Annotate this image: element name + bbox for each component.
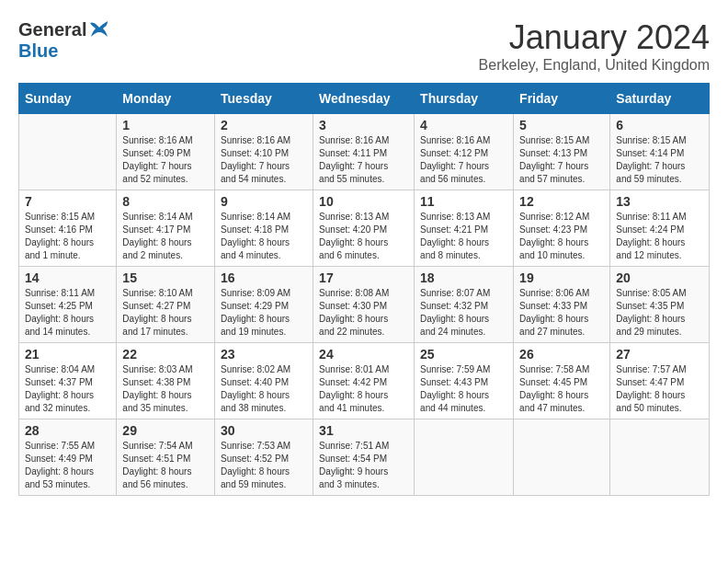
day-number: 30 — [221, 423, 307, 438]
day-info: Sunrise: 8:07 AM Sunset: 4:32 PM Dayligh… — [420, 287, 507, 339]
calendar-body: 1Sunrise: 8:16 AM Sunset: 4:09 PM Daylig… — [19, 114, 710, 496]
day-info: Sunrise: 8:15 AM Sunset: 4:16 PM Dayligh… — [25, 211, 110, 262]
calendar-cell: 4Sunrise: 8:16 AM Sunset: 4:12 PM Daylig… — [415, 114, 514, 190]
calendar-cell: 21Sunrise: 8:04 AM Sunset: 4:37 PM Dayli… — [19, 343, 117, 419]
calendar-cell: 6Sunrise: 8:15 AM Sunset: 4:14 PM Daylig… — [610, 114, 710, 190]
calendar-cell: 26Sunrise: 7:58 AM Sunset: 4:45 PM Dayli… — [514, 343, 610, 419]
calendar-week-row: 7Sunrise: 8:15 AM Sunset: 4:16 PM Daylig… — [19, 190, 710, 267]
calendar-cell: 15Sunrise: 8:10 AM Sunset: 4:27 PM Dayli… — [117, 267, 215, 343]
day-number: 24 — [319, 347, 408, 362]
day-info: Sunrise: 7:59 AM Sunset: 4:43 PM Dayligh… — [420, 363, 507, 415]
day-number: 10 — [319, 194, 408, 209]
day-info: Sunrise: 7:51 AM Sunset: 4:54 PM Dayligh… — [319, 440, 408, 491]
day-number: 28 — [25, 423, 110, 438]
day-info: Sunrise: 8:15 AM Sunset: 4:14 PM Dayligh… — [616, 134, 703, 186]
calendar-cell: 10Sunrise: 8:13 AM Sunset: 4:20 PM Dayli… — [313, 190, 415, 267]
day-number: 18 — [420, 270, 507, 285]
day-number: 8 — [122, 194, 209, 209]
day-number: 7 — [25, 194, 110, 209]
day-info: Sunrise: 8:09 AM Sunset: 4:29 PM Dayligh… — [221, 287, 307, 339]
calendar-cell — [415, 419, 514, 496]
day-number: 6 — [616, 118, 703, 132]
day-info: Sunrise: 7:54 AM Sunset: 4:51 PM Dayligh… — [122, 440, 209, 491]
logo-bird-icon — [88, 18, 110, 40]
day-info: Sunrise: 8:12 AM Sunset: 4:23 PM Dayligh… — [519, 211, 604, 262]
day-info: Sunrise: 8:16 AM Sunset: 4:12 PM Dayligh… — [420, 134, 507, 186]
calendar-cell: 25Sunrise: 7:59 AM Sunset: 4:43 PM Dayli… — [415, 343, 514, 419]
day-number: 15 — [122, 270, 209, 285]
calendar-cell: 29Sunrise: 7:54 AM Sunset: 4:51 PM Dayli… — [117, 419, 215, 496]
calendar-cell — [514, 419, 610, 496]
calendar-cell: 18Sunrise: 8:07 AM Sunset: 4:32 PM Dayli… — [415, 267, 514, 343]
calendar-cell: 13Sunrise: 8:11 AM Sunset: 4:24 PM Dayli… — [610, 190, 710, 267]
calendar-week-row: 1Sunrise: 8:16 AM Sunset: 4:09 PM Daylig… — [19, 114, 710, 190]
title-section: January 2024 Berkeley, England, United K… — [479, 18, 710, 74]
day-number: 20 — [616, 270, 703, 285]
calendar-week-row: 28Sunrise: 7:55 AM Sunset: 4:49 PM Dayli… — [19, 419, 710, 496]
calendar-cell: 27Sunrise: 7:57 AM Sunset: 4:47 PM Dayli… — [610, 343, 710, 419]
day-info: Sunrise: 8:11 AM Sunset: 4:25 PM Dayligh… — [25, 287, 110, 339]
day-number: 12 — [519, 194, 604, 209]
calendar-cell: 11Sunrise: 8:13 AM Sunset: 4:21 PM Dayli… — [415, 190, 514, 267]
day-number: 25 — [420, 347, 507, 362]
calendar-cell: 20Sunrise: 8:05 AM Sunset: 4:35 PM Dayli… — [610, 267, 710, 343]
day-number: 22 — [122, 347, 209, 362]
day-info: Sunrise: 8:04 AM Sunset: 4:37 PM Dayligh… — [25, 363, 110, 415]
day-number: 27 — [616, 347, 703, 362]
calendar-cell — [19, 114, 117, 190]
day-info: Sunrise: 7:53 AM Sunset: 4:52 PM Dayligh… — [221, 440, 307, 491]
day-info: Sunrise: 8:13 AM Sunset: 4:21 PM Dayligh… — [420, 211, 507, 262]
day-number: 4 — [420, 118, 507, 132]
day-info: Sunrise: 8:14 AM Sunset: 4:17 PM Dayligh… — [122, 211, 209, 262]
day-info: Sunrise: 7:58 AM Sunset: 4:45 PM Dayligh… — [519, 363, 604, 415]
day-number: 19 — [519, 270, 604, 285]
day-info: Sunrise: 8:16 AM Sunset: 4:09 PM Dayligh… — [122, 134, 209, 186]
calendar-cell: 28Sunrise: 7:55 AM Sunset: 4:49 PM Dayli… — [19, 419, 117, 496]
calendar-cell: 23Sunrise: 8:02 AM Sunset: 4:40 PM Dayli… — [215, 343, 313, 419]
column-header-saturday: Saturday — [610, 84, 710, 114]
calendar-header-row: SundayMondayTuesdayWednesdayThursdayFrid… — [19, 84, 710, 114]
column-header-monday: Monday — [117, 84, 215, 114]
calendar-cell: 3Sunrise: 8:16 AM Sunset: 4:11 PM Daylig… — [313, 114, 415, 190]
calendar-week-row: 14Sunrise: 8:11 AM Sunset: 4:25 PM Dayli… — [19, 267, 710, 343]
day-number: 21 — [25, 347, 110, 362]
day-number: 14 — [25, 270, 110, 285]
day-number: 2 — [221, 118, 307, 132]
calendar-cell: 12Sunrise: 8:12 AM Sunset: 4:23 PM Dayli… — [514, 190, 610, 267]
day-number: 16 — [221, 270, 307, 285]
column-header-thursday: Thursday — [415, 84, 514, 114]
calendar-cell: 9Sunrise: 8:14 AM Sunset: 4:18 PM Daylig… — [215, 190, 313, 267]
day-info: Sunrise: 8:10 AM Sunset: 4:27 PM Dayligh… — [122, 287, 209, 339]
day-info: Sunrise: 8:13 AM Sunset: 4:20 PM Dayligh… — [319, 211, 408, 262]
calendar-table: SundayMondayTuesdayWednesdayThursdayFrid… — [18, 83, 710, 496]
calendar-cell: 17Sunrise: 8:08 AM Sunset: 4:30 PM Dayli… — [313, 267, 415, 343]
day-info: Sunrise: 8:08 AM Sunset: 4:30 PM Dayligh… — [319, 287, 408, 339]
day-info: Sunrise: 8:16 AM Sunset: 4:11 PM Dayligh… — [319, 134, 408, 186]
day-number: 17 — [319, 270, 408, 285]
calendar-cell: 24Sunrise: 8:01 AM Sunset: 4:42 PM Dayli… — [313, 343, 415, 419]
calendar-cell: 14Sunrise: 8:11 AM Sunset: 4:25 PM Dayli… — [19, 267, 117, 343]
day-info: Sunrise: 8:01 AM Sunset: 4:42 PM Dayligh… — [319, 363, 408, 415]
calendar-cell: 19Sunrise: 8:06 AM Sunset: 4:33 PM Dayli… — [514, 267, 610, 343]
day-number: 9 — [221, 194, 307, 209]
day-number: 5 — [519, 118, 604, 132]
day-info: Sunrise: 8:14 AM Sunset: 4:18 PM Dayligh… — [221, 211, 307, 262]
day-info: Sunrise: 7:55 AM Sunset: 4:49 PM Dayligh… — [25, 440, 110, 491]
calendar-week-row: 21Sunrise: 8:04 AM Sunset: 4:37 PM Dayli… — [19, 343, 710, 419]
page-header: General Blue January 2024 Berkeley, Engl… — [18, 18, 710, 74]
location: Berkeley, England, United Kingdom — [479, 57, 710, 74]
day-info: Sunrise: 8:16 AM Sunset: 4:10 PM Dayligh… — [221, 134, 307, 186]
column-header-sunday: Sunday — [19, 84, 117, 114]
calendar-cell: 1Sunrise: 8:16 AM Sunset: 4:09 PM Daylig… — [117, 114, 215, 190]
column-header-wednesday: Wednesday — [313, 84, 415, 114]
calendar-cell: 22Sunrise: 8:03 AM Sunset: 4:38 PM Dayli… — [117, 343, 215, 419]
day-info: Sunrise: 8:15 AM Sunset: 4:13 PM Dayligh… — [519, 134, 604, 186]
day-info: Sunrise: 8:03 AM Sunset: 4:38 PM Dayligh… — [122, 363, 209, 415]
calendar-cell — [610, 419, 710, 496]
day-info: Sunrise: 8:11 AM Sunset: 4:24 PM Dayligh… — [616, 211, 703, 262]
day-number: 31 — [319, 423, 408, 438]
column-header-tuesday: Tuesday — [215, 84, 313, 114]
day-info: Sunrise: 7:57 AM Sunset: 4:47 PM Dayligh… — [616, 363, 703, 415]
calendar-cell: 31Sunrise: 7:51 AM Sunset: 4:54 PM Dayli… — [313, 419, 415, 496]
calendar-cell: 30Sunrise: 7:53 AM Sunset: 4:52 PM Dayli… — [215, 419, 313, 496]
